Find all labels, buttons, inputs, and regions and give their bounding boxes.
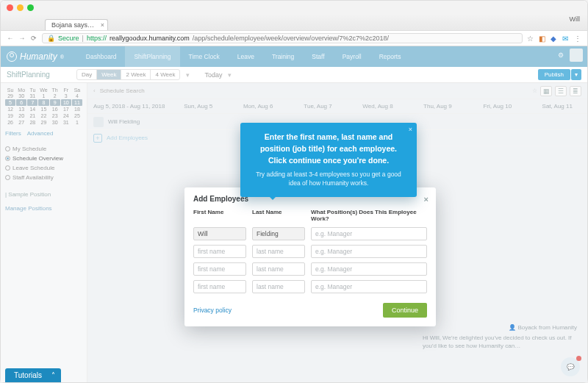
cal-day[interactable]: 4	[72, 93, 82, 99]
ext2-icon[interactable]: ◆	[551, 35, 558, 43]
cal-day[interactable]: 3	[61, 93, 71, 99]
cal-day[interactable]: 15	[38, 106, 49, 112]
ext3-icon[interactable]: ✉	[562, 35, 570, 43]
sidebar-item-staffavail[interactable]: Staff Availability	[5, 173, 82, 182]
ext-icon[interactable]: ◧	[539, 35, 546, 43]
last-name-input[interactable]	[252, 245, 305, 258]
sidebar-filters[interactable]: Filters	[5, 130, 21, 137]
sidebar-item-scheduleoverview[interactable]: Schedule Overview	[5, 154, 82, 163]
today-dropdown-icon[interactable]: ▾	[228, 71, 232, 79]
cal-day[interactable]: 31	[61, 119, 71, 126]
today-button[interactable]: Today	[204, 71, 222, 79]
cal-day[interactable]: 1	[72, 119, 82, 126]
cal-day[interactable]: 26	[5, 119, 15, 126]
sidebar-item-myschedule[interactable]: My Schedule	[5, 144, 82, 154]
last-name-input[interactable]	[252, 280, 305, 293]
cal-day[interactable]: 13	[16, 106, 26, 112]
mini-calendar[interactable]: Su Mo Tu We Th Fr Sa 2930311234567891011…	[5, 87, 82, 126]
cal-day[interactable]: 27	[16, 119, 26, 126]
position-input[interactable]	[311, 227, 427, 240]
publish-button[interactable]: Publish	[538, 69, 570, 80]
traffic-max-icon[interactable]	[27, 4, 34, 11]
cal-day[interactable]: 30	[50, 119, 60, 126]
traffic-close-icon[interactable]	[7, 4, 13, 11]
sidebar-item-leaveschedule[interactable]: Leave Schedule	[5, 163, 82, 173]
browser-tab[interactable]: Bojana says… ×	[45, 19, 108, 30]
nav-back-icon[interactable]: ←	[7, 35, 14, 42]
address-bar[interactable]: 🔒 Secure | https://reallygoodux.humanity…	[42, 33, 523, 43]
close-icon[interactable]: ×	[424, 195, 429, 204]
sidebar-advanced[interactable]: Advanced	[27, 130, 54, 137]
avatar[interactable]	[570, 49, 583, 62]
nav-payroll[interactable]: Payroll	[334, 46, 370, 67]
cal-day[interactable]: 14	[27, 106, 37, 112]
view-compact-icon[interactable]: ☰	[555, 86, 567, 96]
range-2week[interactable]: 2 Week	[121, 70, 151, 79]
position-input[interactable]	[311, 280, 427, 293]
first-name-input[interactable]	[193, 280, 246, 293]
star-icon[interactable]: ☆	[527, 35, 534, 43]
cal-day[interactable]: 16	[50, 106, 60, 112]
tutorials-tab[interactable]: Tutorials ˄	[5, 368, 61, 382]
cal-day[interactable]: 30	[16, 93, 26, 99]
nav-leave[interactable]: Leave	[229, 46, 263, 67]
cal-day[interactable]: 19	[5, 112, 15, 119]
sidebar-manage-positions[interactable]: Manage Positions	[5, 205, 82, 212]
range-day[interactable]: Day	[77, 70, 97, 79]
schedule-search[interactable]: Schedule Search	[100, 87, 145, 94]
nav-reports[interactable]: Reports	[370, 46, 410, 67]
cal-day[interactable]: 9	[50, 99, 60, 106]
cal-day[interactable]: 12	[5, 106, 15, 112]
range-week[interactable]: Week	[97, 70, 121, 79]
close-icon[interactable]: ×	[101, 21, 104, 29]
last-name-input[interactable]	[252, 227, 305, 240]
cal-day[interactable]: 21	[27, 112, 37, 119]
cal-day[interactable]: 31	[27, 93, 37, 99]
privacy-link[interactable]: Privacy policy	[193, 307, 232, 314]
nav-staff[interactable]: Staff	[303, 46, 333, 67]
cal-day[interactable]: 22	[38, 112, 49, 119]
cal-day[interactable]: 8	[38, 99, 49, 106]
cal-day[interactable]: 17	[61, 106, 71, 112]
cal-day[interactable]: 24	[61, 112, 71, 119]
range-dropdown-icon[interactable]: ▾	[186, 71, 190, 79]
chat-launcher-icon[interactable]: 💬	[561, 357, 580, 376]
cal-day[interactable]: 6	[16, 99, 26, 106]
cal-day[interactable]: 10	[61, 99, 71, 106]
traffic-min-icon[interactable]	[17, 4, 24, 11]
nav-training[interactable]: Training	[263, 46, 303, 67]
cal-day[interactable]: 25	[72, 112, 82, 119]
continue-button[interactable]: Continue	[383, 303, 427, 318]
cal-day[interactable]: 2	[50, 93, 60, 99]
view-list-icon[interactable]: ≣	[570, 86, 581, 96]
position-input[interactable]	[311, 262, 427, 276]
position-input[interactable]	[311, 245, 427, 258]
view-grid-icon[interactable]: ▦	[540, 86, 552, 96]
cal-day[interactable]: 29	[38, 119, 49, 126]
menu-icon[interactable]: ⋮	[574, 35, 581, 43]
sidebar-sample-position[interactable]: | Sample Position	[5, 191, 82, 198]
gear-icon[interactable]: ⚙	[558, 51, 564, 59]
reload-icon[interactable]: ⟳	[30, 35, 37, 42]
cal-day[interactable]: 20	[16, 112, 26, 119]
cal-day[interactable]: 5	[5, 99, 15, 106]
brand[interactable]: Humanity®	[7, 51, 64, 62]
cal-day[interactable]: 18	[72, 106, 82, 112]
last-name-input[interactable]	[252, 262, 305, 276]
nav-dashboard[interactable]: Dashboard	[77, 46, 126, 67]
cal-day[interactable]: 23	[50, 112, 60, 119]
cal-day[interactable]: 11	[72, 99, 82, 106]
cal-day[interactable]: 29	[5, 93, 15, 99]
cal-day[interactable]: 28	[27, 119, 37, 126]
cal-day[interactable]: 7	[27, 99, 37, 106]
publish-caret[interactable]: ▾	[571, 69, 581, 80]
chevron-left-icon[interactable]: ‹	[93, 87, 96, 94]
range-4week[interactable]: 4 Week	[151, 70, 179, 79]
first-name-input[interactable]	[193, 227, 246, 240]
nav-shiftplanning[interactable]: ShiftPlanning	[125, 46, 179, 67]
close-icon[interactable]: ×	[409, 126, 412, 133]
cal-day[interactable]: 1	[38, 93, 49, 99]
first-name-input[interactable]	[193, 262, 246, 276]
nav-forward-icon[interactable]: →	[18, 35, 26, 42]
star-icon[interactable]: ☆	[532, 87, 537, 94]
